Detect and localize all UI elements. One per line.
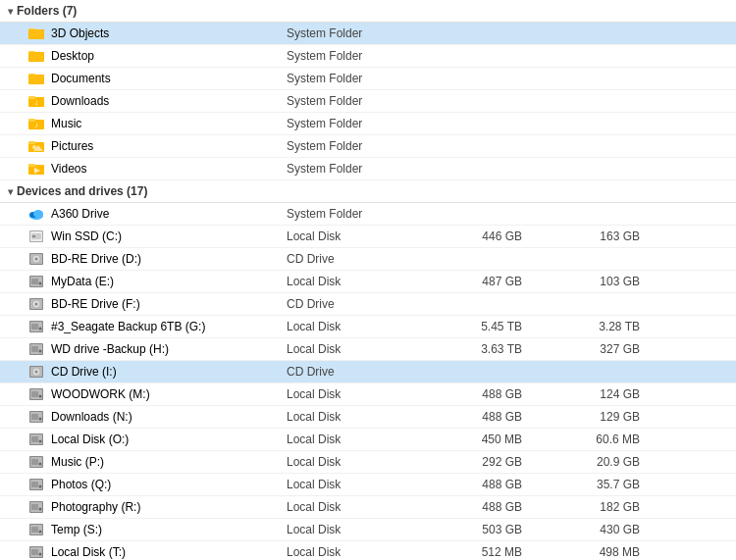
chevron-icon: ▾ xyxy=(8,6,13,17)
list-item[interactable]: Downloads (N:) Local Disk 488 GB 129 GB xyxy=(0,406,736,429)
item-type: System Folder xyxy=(287,139,444,153)
item-type: Local Disk xyxy=(287,275,444,288)
item-free: 430 GB xyxy=(542,523,640,536)
item-name: Music xyxy=(51,117,287,130)
item-free: 182 GB xyxy=(542,500,640,514)
item-icon xyxy=(27,431,45,448)
svg-rect-70 xyxy=(31,459,38,465)
svg-rect-62 xyxy=(31,414,38,420)
item-name: BD-RE Drive (D:) xyxy=(51,252,287,266)
list-item[interactable]: BD-RE Drive (F:) CD Drive xyxy=(0,293,736,316)
list-item[interactable]: 3D Objects System Folder xyxy=(0,23,736,45)
list-item[interactable]: Photos (Q:) Local Disk 488 GB 35.7 GB xyxy=(0,474,736,496)
svg-rect-19 xyxy=(28,141,35,144)
item-type: System Folder xyxy=(287,72,444,85)
item-free: 3.28 TB xyxy=(542,320,640,333)
svg-point-35 xyxy=(35,258,38,261)
item-free: 498 MB xyxy=(542,545,640,559)
item-free: 129 GB xyxy=(542,410,640,424)
item-total: 450 MB xyxy=(444,433,542,446)
svg-rect-82 xyxy=(31,527,38,533)
item-icon: ♪ xyxy=(27,115,45,132)
svg-point-55 xyxy=(35,371,38,374)
svg-point-67 xyxy=(39,440,42,443)
item-name: Photography (R:) xyxy=(51,500,287,514)
list-item[interactable]: Win SSD (C:) Local Disk 446 GB 163 GB xyxy=(0,226,736,248)
list-item[interactable]: Local Disk (T:) Local Disk 512 MB 498 MB xyxy=(0,541,736,560)
item-name: Local Disk (T:) xyxy=(51,545,287,559)
list-item[interactable]: Temp (S:) Local Disk 503 GB 430 GB xyxy=(0,519,736,541)
item-type: Local Disk xyxy=(287,387,444,401)
list-item[interactable]: Photography (R:) Local Disk 488 GB 182 G… xyxy=(0,496,736,519)
list-item[interactable]: #3_Seagate Backup 6TB (G:) Local Disk 5.… xyxy=(0,316,736,338)
item-type: System Folder xyxy=(287,207,444,221)
item-type: System Folder xyxy=(287,162,444,176)
svg-point-63 xyxy=(39,418,42,421)
item-type: Local Disk xyxy=(287,342,444,356)
item-icon xyxy=(27,318,45,335)
item-type: Local Disk xyxy=(287,500,444,514)
list-item[interactable]: MyData (E:) Local Disk 487 GB 103 GB xyxy=(0,271,736,293)
item-type: Local Disk xyxy=(287,410,444,424)
list-item[interactable]: Pictures System Folder xyxy=(0,135,736,158)
list-item[interactable]: Music (P:) Local Disk 292 GB 20.9 GB xyxy=(0,451,736,474)
list-item[interactable]: Local Disk (O:) Local Disk 450 MB 60.6 M… xyxy=(0,429,736,451)
item-icon: ↓ xyxy=(27,92,45,110)
list-item[interactable]: ♪ Music System Folder xyxy=(0,113,736,135)
item-icon xyxy=(27,385,45,403)
item-type: Local Disk xyxy=(287,478,444,491)
list-item[interactable]: Videos System Folder xyxy=(0,158,736,180)
item-free: 60.6 MB xyxy=(542,433,640,446)
svg-rect-58 xyxy=(31,391,38,397)
list-item[interactable]: CD Drive (I:) CD Drive xyxy=(0,361,736,383)
item-icon xyxy=(27,363,45,381)
item-name: #3_Seagate Backup 6TB (G:) xyxy=(51,320,287,333)
svg-point-47 xyxy=(39,328,42,331)
svg-text:♪: ♪ xyxy=(34,121,38,129)
svg-point-43 xyxy=(35,303,38,306)
list-item[interactable]: ↓ Downloads System Folder xyxy=(0,90,736,113)
item-type: System Folder xyxy=(287,49,444,63)
chevron-icon: ▾ xyxy=(8,186,13,197)
section-label: Folders (7) xyxy=(17,4,77,18)
item-name: Downloads xyxy=(51,94,287,108)
svg-rect-50 xyxy=(31,346,38,352)
svg-rect-11 xyxy=(28,75,44,83)
item-icon xyxy=(27,137,45,155)
item-name: 3D Objects xyxy=(51,26,287,40)
svg-point-75 xyxy=(39,485,42,488)
item-type: CD Drive xyxy=(287,297,444,311)
list-item[interactable]: Documents System Folder xyxy=(0,68,736,90)
list-item[interactable]: BD-RE Drive (D:) CD Drive xyxy=(0,248,736,271)
item-total: 488 GB xyxy=(444,478,542,491)
list-item[interactable]: A360 Drive System Folder xyxy=(0,203,736,226)
section-header-devices[interactable]: ▾Devices and drives (17) xyxy=(0,180,736,203)
item-name: Photos (Q:) xyxy=(51,478,287,491)
svg-rect-86 xyxy=(31,549,38,555)
list-item[interactable]: Desktop System Folder xyxy=(0,45,736,68)
item-total: 292 GB xyxy=(444,455,542,469)
item-icon xyxy=(27,476,45,493)
section-header-folders[interactable]: ▾Folders (7) xyxy=(0,0,736,23)
item-name: CD Drive (I:) xyxy=(51,365,287,379)
svg-point-71 xyxy=(39,463,42,466)
svg-point-27 xyxy=(33,210,43,218)
item-icon xyxy=(27,408,45,426)
list-item[interactable]: WOODWORK (M:) Local Disk 488 GB 124 GB xyxy=(0,383,736,406)
item-total: 5.45 TB xyxy=(444,320,542,333)
item-icon xyxy=(27,205,45,223)
item-icon xyxy=(27,228,45,245)
item-free: 124 GB xyxy=(542,387,640,401)
svg-rect-31 xyxy=(32,235,35,237)
item-name: WD drive -Backup (H:) xyxy=(51,342,287,356)
item-total: 3.63 TB xyxy=(444,342,542,356)
item-name: Desktop xyxy=(51,49,287,63)
item-icon xyxy=(27,250,45,268)
list-item[interactable]: WD drive -Backup (H:) Local Disk 3.63 TB… xyxy=(0,338,736,361)
item-type: Local Disk xyxy=(287,545,444,559)
item-type: Local Disk xyxy=(287,523,444,536)
svg-rect-78 xyxy=(31,504,38,510)
item-type: CD Drive xyxy=(287,365,444,379)
item-type: Local Disk xyxy=(287,320,444,333)
item-icon xyxy=(27,453,45,471)
